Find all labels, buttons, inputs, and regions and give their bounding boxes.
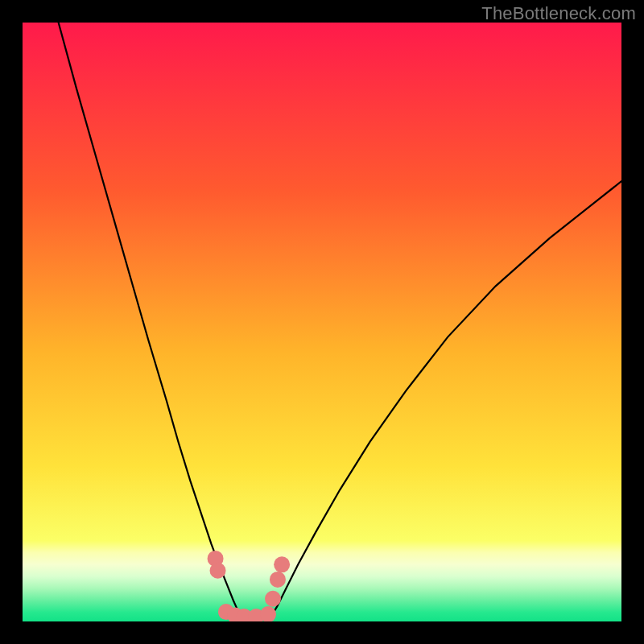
bridge-bead xyxy=(274,556,290,572)
watermark-text: TheBottleneck.com xyxy=(481,3,636,24)
bridge-bead xyxy=(270,572,286,588)
chart-frame: TheBottleneck.com xyxy=(0,0,644,644)
bridge-bead xyxy=(210,563,226,579)
plot-background xyxy=(23,23,621,621)
bridge-bead xyxy=(265,591,281,607)
bottleneck-chart xyxy=(23,23,621,621)
